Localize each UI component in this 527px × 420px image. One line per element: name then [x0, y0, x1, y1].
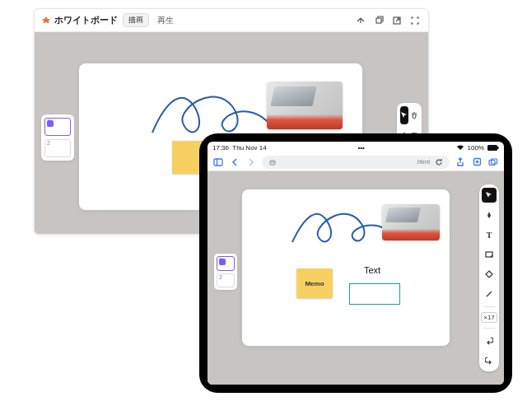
- text-object[interactable]: Text: [364, 265, 380, 275]
- ipad-device: 17:36 Thu Nov 14 ••• 100% .html: [199, 133, 512, 393]
- site-settings-icon[interactable]: [268, 158, 277, 166]
- page-thumb-1[interactable]: 1: [217, 256, 235, 271]
- ipad-body: 1 2 Memo Text T ×17: [208, 171, 504, 385]
- image-placeholder[interactable]: [382, 204, 440, 240]
- mode-tag[interactable]: 描画: [123, 13, 149, 27]
- status-right: 100%: [456, 144, 499, 152]
- svg-rect-11: [489, 160, 495, 165]
- open-icon[interactable]: [390, 14, 403, 27]
- cursor-tool[interactable]: [482, 188, 497, 203]
- back-icon[interactable]: [229, 156, 240, 168]
- url-suffix: .html: [416, 158, 430, 166]
- wifi-icon: [456, 144, 464, 151]
- duplicate-icon[interactable]: [372, 14, 385, 27]
- image-placeholder[interactable]: [267, 82, 343, 129]
- ios-status-bar: 17:36 Thu Nov 14 ••• 100%: [208, 142, 504, 153]
- safari-toolbar: .html: [208, 153, 504, 171]
- new-tab-icon[interactable]: [471, 156, 483, 168]
- tool-palette: T ×17: [479, 184, 499, 371]
- note-tool[interactable]: [482, 247, 497, 262]
- status-time: 17:36: [212, 144, 229, 152]
- tabs-icon[interactable]: [487, 156, 499, 168]
- page-thumbnails: 1 2: [214, 254, 237, 290]
- svg-line-14: [487, 292, 492, 296]
- sticky-note[interactable]: Memo: [296, 268, 333, 298]
- title-label: ホワイトボード: [54, 14, 118, 26]
- app-logo-icon: [41, 16, 51, 26]
- app-title: ホワイトボード: [41, 14, 118, 26]
- ipad-screen: 17:36 Thu Nov 14 ••• 100% .html: [208, 142, 504, 385]
- shape-tool[interactable]: [482, 267, 497, 282]
- svg-rect-4: [214, 159, 222, 166]
- undo-icon[interactable]: [482, 334, 497, 348]
- hand-tool[interactable]: [410, 106, 418, 124]
- sidebar-icon[interactable]: [212, 156, 224, 168]
- svg-rect-3: [497, 147, 499, 149]
- page-thumb-2[interactable]: 2: [44, 139, 71, 157]
- page-thumb-2[interactable]: 2: [217, 273, 235, 288]
- separator: [483, 306, 495, 307]
- fullscreen-icon[interactable]: [408, 14, 422, 27]
- window-header: ホワイトボード 描画 再生: [35, 9, 428, 32]
- forward-icon[interactable]: [245, 156, 257, 168]
- subtitle-label[interactable]: 再生: [157, 15, 174, 26]
- selection-rectangle[interactable]: [349, 283, 400, 305]
- url-field[interactable]: .html: [262, 156, 450, 169]
- zoom-counter[interactable]: ×17: [481, 312, 497, 323]
- svg-rect-2: [487, 145, 497, 151]
- page-thumbnails: 1 2: [41, 114, 74, 161]
- battery-pct: 100%: [468, 144, 484, 152]
- separator: [483, 328, 495, 329]
- svg-rect-12: [492, 159, 497, 164]
- share-icon[interactable]: [354, 14, 367, 27]
- whiteboard-canvas[interactable]: Memo Text: [242, 189, 450, 346]
- text-tool[interactable]: T: [482, 227, 497, 242]
- reload-icon[interactable]: [435, 158, 443, 166]
- status-date: Thu Nov 14: [232, 144, 266, 152]
- cursor-tool[interactable]: [400, 106, 408, 124]
- redo-icon[interactable]: [482, 353, 497, 368]
- status-left: 17:36 Thu Nov 14: [212, 144, 267, 152]
- battery-icon: [487, 145, 499, 151]
- ink-stroke: [290, 201, 397, 254]
- page-thumb-1[interactable]: 1: [44, 118, 71, 136]
- share-icon[interactable]: [455, 156, 466, 168]
- line-tool[interactable]: [482, 287, 497, 301]
- pen-tool[interactable]: [482, 208, 497, 222]
- status-dots: •••: [357, 144, 364, 152]
- svg-rect-0: [376, 18, 381, 23]
